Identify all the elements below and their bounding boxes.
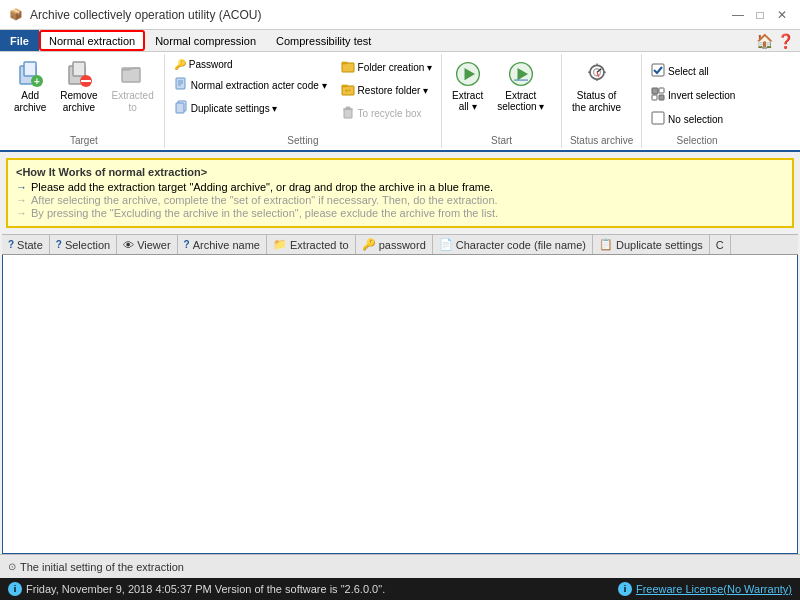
col-more[interactable]: C [710,235,731,254]
extract-selection-label: Extractselection ▾ [497,90,544,112]
maximize-button[interactable]: □ [750,5,770,25]
more-col-label: C [716,239,724,251]
extracted-to-icon [119,60,147,88]
remove-archive-label: Removearchive [60,90,97,114]
svg-rect-15 [176,103,184,113]
dup-settings-col-label: Duplicate settings [616,239,703,251]
select-all-button[interactable]: Select all [646,60,748,82]
duplicate-settings-label: Duplicate settings ▾ [191,103,278,114]
target-buttons: + Addarchive Removearchive [8,56,160,133]
selection-col-icon: ? [56,239,62,250]
info-line-3: → By pressing the "Excluding the archive… [16,207,784,219]
svg-rect-23 [346,107,350,109]
normal-extraction-icon [174,77,188,93]
invert-selection-label: Invert selection [668,90,735,101]
normal-extraction-tab[interactable]: Normal extraction [39,30,145,51]
svg-rect-42 [652,112,664,124]
recycle-box-button[interactable]: To recycle box [336,102,437,124]
svg-rect-21 [344,109,352,118]
char-code-dropdown: acter code ▾ [272,80,326,91]
restore-folder-icon: ↩ [341,82,355,98]
footer-link-icon: i [618,582,632,596]
ribbon-group-target: + Addarchive Removearchive [4,54,165,148]
extracted-to-button[interactable]: Extractedto [106,56,160,118]
invert-selection-icon [651,87,665,103]
minimize-button[interactable]: — [728,5,748,25]
extract-selection-icon [507,60,535,88]
license-link[interactable]: i Freeware License(No Warranty) [618,582,792,596]
window-title: Archive collectively operation utility (… [30,8,261,22]
col-extracted-to[interactable]: 📁 Extracted to [267,235,356,254]
status-text: The initial setting of the extraction [20,561,184,573]
extracted-to-col-label: Extracted to [290,239,349,251]
svg-rect-40 [652,95,657,100]
restore-folder-label: Restore folder ▾ [358,85,429,96]
char-code-col-label: Character code (file name) [456,239,586,251]
ribbon-group-status: Status ofthe archive Status archive [562,54,642,148]
no-selection-icon [651,111,665,127]
ribbon-group-start: Extractall ▾ Extractselection ▾ Start [442,54,562,148]
extract-all-icon [454,60,482,88]
status-of-archive-button[interactable]: Status ofthe archive [566,56,627,118]
svg-rect-38 [652,88,658,94]
close-button[interactable]: ✕ [772,5,792,25]
col-state[interactable]: ? State [2,235,50,254]
no-selection-button[interactable]: No selection [646,108,748,130]
add-archive-label: Addarchive [14,90,46,114]
extraction-settings-button[interactable]: ⊙ The initial setting of the extraction [8,561,184,573]
status-buttons: Status ofthe archive [566,56,637,133]
extract-all-button[interactable]: Extractall ▾ [446,56,489,116]
target-group-label: Target [8,133,160,148]
password-label: Password [189,59,233,70]
app-icon: 📦 [8,7,24,23]
question-icon[interactable]: ❓ [777,33,794,49]
folder-creation-button[interactable]: Folder creation ▾ [336,56,437,78]
arrow-icon-1: → [16,181,27,193]
status-icon [583,60,611,88]
info-title: <How It Works of normal extraction> [16,166,784,178]
menu-bar: File Normal extraction Normal compressio… [0,30,800,52]
start-group-label: Start [446,133,557,148]
extract-all-label: Extractall ▾ [452,90,483,112]
normal-extraction-button[interactable]: Normal extraction acter code ▾ [169,74,332,96]
recycle-box-label: To recycle box [358,108,422,119]
viewer-col-icon: 👁 [123,239,134,251]
col-viewer[interactable]: 👁 Viewer [117,235,177,254]
col-archive-name[interactable]: ? Archive name [178,235,267,254]
col-dup-settings[interactable]: 📋 Duplicate settings [593,235,710,254]
viewer-col-label: Viewer [137,239,170,251]
col-char-code[interactable]: 📄 Character code (file name) [433,235,593,254]
restore-folder-button[interactable]: ↩ Restore folder ▾ [336,79,437,101]
main-content: <How It Works of normal extraction> → Pl… [0,152,800,554]
compressibility-test-tab[interactable]: Compressibility test [266,30,381,51]
status-group-label: Status archive [566,133,637,148]
info-line-2: → After selecting the archive, complete … [16,194,784,206]
char-code-col-icon: 📄 [439,238,453,251]
col-password[interactable]: 🔑 password [356,235,433,254]
status-archive-label: Status ofthe archive [572,90,621,114]
table-header: ? State ? Selection 👁 Viewer ? Archive n… [2,234,798,255]
extract-selection-button[interactable]: Extractselection ▾ [491,56,550,116]
svg-rect-41 [659,95,664,100]
col-selection[interactable]: ? Selection [50,235,117,254]
duplicate-settings-button[interactable]: Duplicate settings ▾ [169,97,332,119]
password-button[interactable]: 🔑 Password [169,56,332,73]
add-archive-button[interactable]: + Addarchive [8,56,52,118]
info-text-1: Please add the extraction target "Adding… [31,181,493,193]
footer-text: Friday, November 9, 2018 4:05:37 PM Vers… [26,583,385,595]
password-col-icon: 🔑 [362,238,376,251]
remove-archive-button[interactable]: Removearchive [54,56,103,118]
normal-compression-tab[interactable]: Normal compression [145,30,266,51]
selection-group-label: Selection [646,133,748,148]
svg-rect-1 [24,62,36,76]
invert-selection-button[interactable]: Invert selection [646,84,748,106]
select-all-icon [651,63,665,79]
info-text-3: By pressing the "Excluding the archive i… [31,207,498,219]
svg-rect-16 [342,63,354,72]
svg-rect-5 [73,62,85,76]
start-buttons: Extractall ▾ Extractselection ▾ [446,56,557,133]
selection-col-label: Selection [65,239,110,251]
state-col-icon: ? [8,239,14,250]
file-menu[interactable]: File [0,30,39,51]
help-icon[interactable]: 🏠 [756,33,773,49]
